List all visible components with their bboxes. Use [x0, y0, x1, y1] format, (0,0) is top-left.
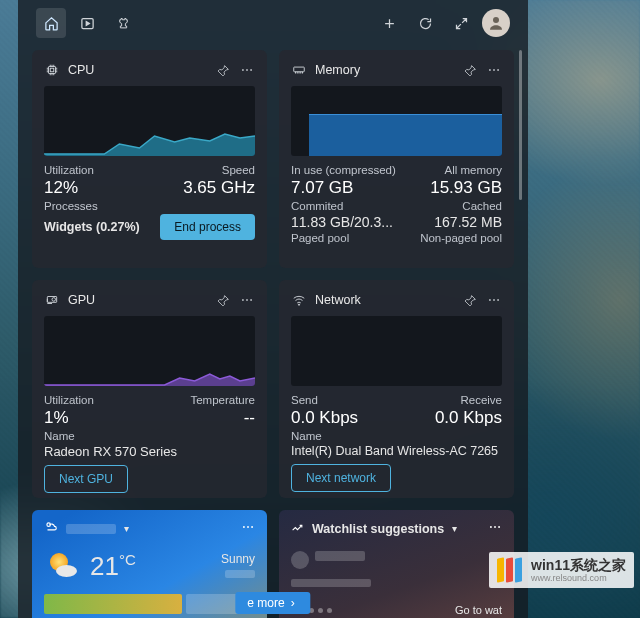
chevron-right-icon: › — [291, 596, 295, 610]
ellipsis-icon — [240, 293, 254, 307]
memory-icon — [291, 62, 307, 78]
mem-nonpaged-label: Non-paged pool — [420, 232, 502, 244]
cpu-title: CPU — [68, 63, 207, 77]
cpu-util-value: 12% — [44, 178, 78, 198]
svg-point-13 — [242, 299, 244, 301]
cpu-icon — [44, 62, 60, 78]
svg-point-5 — [246, 69, 248, 71]
cpu-chart — [44, 86, 255, 156]
more-button[interactable] — [486, 292, 502, 308]
refresh-icon — [418, 16, 433, 31]
gpu-card: GPU UtilizationTemperature 1%-- Name Rad… — [32, 280, 267, 498]
svg-point-25 — [56, 565, 77, 577]
net-send-label: Send — [291, 394, 318, 406]
chevron-down-icon: ▾ — [124, 523, 129, 534]
svg-point-8 — [489, 69, 491, 71]
network-card: Network SendReceive 0.0 Kbps0.0 Kbps Nam… — [279, 280, 514, 498]
weather-icon — [44, 520, 58, 537]
refresh-button[interactable] — [410, 8, 440, 38]
widgets-panel: CPU UtilizationSpeed 12%3.65 GHz Process… — [18, 0, 528, 618]
mem-cached-label: Cached — [462, 200, 502, 212]
net-name-value: Intel(R) Dual Band Wireless-AC 7265 — [291, 444, 498, 458]
net-send-value: 0.0 Kbps — [291, 408, 358, 428]
cpu-util-label: Utilization — [44, 164, 94, 176]
weather-card[interactable]: ▾ 21°C Sunny — [32, 510, 267, 618]
memory-title: Memory — [315, 63, 454, 77]
svg-point-12 — [52, 298, 56, 302]
gpu-name-value: Radeon RX 570 Series — [44, 444, 177, 459]
media-tab[interactable] — [72, 8, 102, 38]
home-icon — [44, 16, 59, 31]
svg-rect-3 — [50, 68, 54, 72]
gpu-name-label: Name — [44, 430, 75, 442]
expand-icon — [454, 16, 469, 31]
mem-inuse-label: In use (compressed) — [291, 164, 396, 176]
pin-icon — [217, 64, 230, 77]
pin-button[interactable] — [462, 62, 478, 78]
svg-point-16 — [298, 304, 299, 305]
expand-button[interactable] — [446, 8, 476, 38]
svg-point-9 — [493, 69, 495, 71]
scrollbar[interactable] — [519, 50, 522, 200]
more-button[interactable] — [239, 292, 255, 308]
watermark-logo — [497, 556, 525, 584]
svg-point-4 — [242, 69, 244, 71]
more-button[interactable] — [488, 520, 502, 537]
ellipsis-icon — [488, 520, 502, 534]
see-more-button[interactable]: e more › — [235, 592, 310, 614]
gpu-title: GPU — [68, 293, 207, 307]
cpu-card: CPU UtilizationSpeed 12%3.65 GHz Process… — [32, 50, 267, 268]
svg-point-15 — [250, 299, 252, 301]
gpu-temp-label: Temperature — [190, 394, 255, 406]
pin-button[interactable] — [462, 292, 478, 308]
play-box-icon — [80, 16, 95, 31]
svg-point-21 — [243, 526, 245, 528]
mem-paged-label: Paged pool — [291, 232, 349, 244]
next-network-button[interactable]: Next network — [291, 464, 391, 492]
weather-sub — [225, 570, 255, 578]
user-icon — [487, 14, 505, 32]
goto-watchlist-link[interactable]: Go to wat — [455, 604, 502, 616]
network-chart — [291, 316, 502, 386]
memory-chart — [291, 86, 502, 156]
cpu-speed-value: 3.65 GHz — [183, 178, 255, 198]
watermark: win11系统之家 www.relsound.com — [489, 552, 634, 588]
svg-point-22 — [247, 526, 249, 528]
memory-card: Memory In use (compressed)All memory 7.0… — [279, 50, 514, 268]
mem-all-value: 15.93 GB — [430, 178, 502, 198]
pin-icon — [464, 294, 477, 307]
network-icon — [291, 292, 307, 308]
weather-cond: Sunny — [221, 552, 255, 566]
cpu-speed-label: Speed — [222, 164, 255, 176]
cpu-proc-label: Processes — [44, 200, 98, 212]
mem-all-label: All memory — [444, 164, 502, 176]
more-button[interactable] — [241, 520, 255, 537]
games-tab[interactable] — [108, 8, 138, 38]
more-button[interactable] — [239, 62, 255, 78]
pin-button[interactable] — [215, 292, 231, 308]
gpu-util-value: 1% — [44, 408, 69, 428]
gpu-icon — [44, 292, 60, 308]
svg-point-17 — [489, 299, 491, 301]
plus-icon — [382, 16, 397, 31]
svg-point-26 — [490, 526, 492, 528]
end-process-button[interactable]: End process — [160, 214, 255, 240]
mem-commit-value: 11.83 GB/20.3... — [291, 214, 393, 230]
home-tab[interactable] — [36, 8, 66, 38]
profile-avatar[interactable] — [482, 9, 510, 37]
pin-button[interactable] — [215, 62, 231, 78]
next-gpu-button[interactable]: Next GPU — [44, 465, 128, 493]
svg-point-14 — [246, 299, 248, 301]
mem-cached-value: 167.52 MB — [434, 214, 502, 230]
gpu-chart — [44, 316, 255, 386]
gpu-util-label: Utilization — [44, 394, 94, 406]
add-widget-button[interactable] — [374, 8, 404, 38]
svg-rect-7 — [294, 67, 305, 72]
cpu-proc-value: Widgets (0.27%) — [44, 220, 140, 234]
sun-icon — [44, 547, 80, 586]
watchlist-title: Watchlist suggestions — [312, 522, 444, 536]
more-button[interactable] — [486, 62, 502, 78]
svg-point-18 — [493, 299, 495, 301]
network-title: Network — [315, 293, 454, 307]
watchlist-card[interactable]: Watchlist suggestions ▾ Go to wat — [279, 510, 514, 618]
